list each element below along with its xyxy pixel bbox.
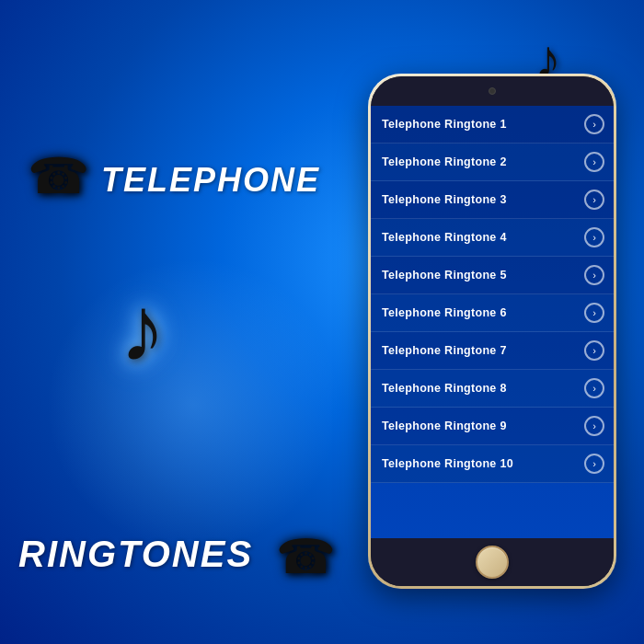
ringtone-name: Telephone Ringtone 3 (382, 193, 507, 206)
ringtone-name: Telephone Ringtone 5 (382, 269, 507, 282)
ringtone-name: Telephone Ringtone 10 (382, 457, 513, 470)
ringtone-item[interactable]: Telephone Ringtone 10› (371, 445, 614, 483)
ringtones-label: RINGTONES (18, 534, 253, 575)
phone-top-bar (371, 76, 614, 106)
ringtone-chevron-icon[interactable]: › (584, 378, 604, 398)
telephone-icon-top: ☎ (28, 147, 89, 205)
ringtone-item[interactable]: Telephone Ringtone 9› (371, 408, 614, 445)
telephone-icon-bottom: ☎ (276, 529, 336, 584)
music-note-large-icon: ♪ (120, 276, 166, 382)
ringtone-chevron-icon[interactable]: › (584, 454, 604, 474)
ringtone-name: Telephone Ringtone 7 (382, 344, 507, 357)
phone-inner: Telephone Ringtone 1›Telephone Ringtone … (371, 76, 614, 586)
ringtone-chevron-icon[interactable]: › (584, 114, 604, 134)
phone-camera (489, 87, 496, 95)
ringtone-item[interactable]: Telephone Ringtone 7› (371, 332, 614, 370)
ringtone-chevron-icon[interactable]: › (584, 152, 604, 172)
ringtone-chevron-icon[interactable]: › (584, 303, 604, 323)
ringtone-name: Telephone Ringtone 9 (382, 420, 507, 432)
ringtone-chevron-icon[interactable]: › (584, 416, 604, 436)
ringtone-item[interactable]: Telephone Ringtone 6› (371, 294, 614, 332)
ringtone-list: Telephone Ringtone 1›Telephone Ringtone … (371, 106, 614, 538)
ringtone-name: Telephone Ringtone 4 (382, 231, 507, 244)
ringtone-chevron-icon[interactable]: › (584, 227, 604, 247)
telephone-label: TELEPHONE (101, 161, 320, 200)
ringtone-chevron-icon[interactable]: › (584, 265, 604, 285)
ringtone-name: Telephone Ringtone 2 (382, 155, 507, 168)
ringtone-chevron-icon[interactable]: › (584, 190, 604, 210)
ringtone-item[interactable]: Telephone Ringtone 5› (371, 257, 614, 294)
ringtone-name: Telephone Ringtone 8 (382, 382, 507, 395)
phone-outer: Telephone Ringtone 1›Telephone Ringtone … (368, 74, 616, 589)
main-content: ♪ ☎ TELEPHONE ♪ RINGTONES ☎ Telephone Ri… (0, 0, 644, 644)
ringtone-item[interactable]: Telephone Ringtone 4› (371, 219, 614, 257)
home-button[interactable] (476, 546, 509, 579)
ringtone-name: Telephone Ringtone 1 (382, 118, 507, 131)
ringtone-item[interactable]: Telephone Ringtone 3› (371, 181, 614, 219)
ringtone-item[interactable]: Telephone Ringtone 8› (371, 370, 614, 408)
ringtone-chevron-icon[interactable]: › (584, 340, 604, 361)
ringtone-item[interactable]: Telephone Ringtone 2› (371, 144, 614, 181)
ringtone-item[interactable]: Telephone Ringtone 1› (371, 106, 614, 144)
phone-screen: Telephone Ringtone 1›Telephone Ringtone … (371, 106, 614, 538)
phone-mockup: Telephone Ringtone 1›Telephone Ringtone … (368, 74, 616, 589)
ringtone-name: Telephone Ringtone 6 (382, 306, 507, 319)
phone-bottom-bar (371, 538, 614, 586)
